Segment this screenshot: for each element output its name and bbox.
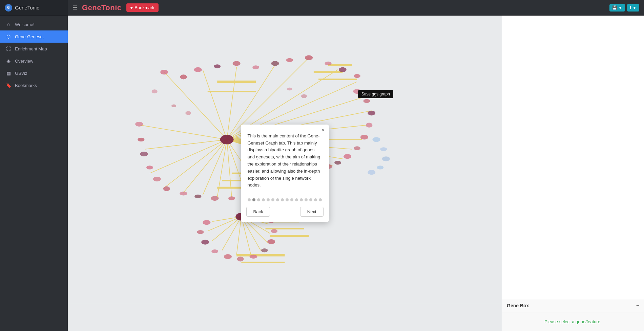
progress-dot-0[interactable] — [248, 198, 251, 201]
tour-modal: × This is the main content of the Gene-G… — [241, 125, 329, 222]
progress-dot-10[interactable] — [295, 198, 298, 201]
sidebar-item-bookmarks[interactable]: 🔖 Bookmarks — [0, 79, 68, 91]
sidebar-nav: ⌂ Welcome! ⬡ Gene-Geneset ⛶ Enrichment M… — [0, 16, 68, 331]
modal-body: This is the main content of the Gene-Gen… — [241, 125, 329, 194]
main-content: ☰ GeneTonic ♥ Bookmark 💾 ▼ ℹ ▼ — [68, 0, 644, 331]
progress-dot-15[interactable] — [319, 198, 322, 201]
gene-box-content: Please select a gene/feature. — [502, 312, 644, 331]
progress-dot-8[interactable] — [286, 198, 289, 201]
gene-box-title: Gene Box — [507, 303, 529, 308]
sidebar-item-enrichment-map[interactable]: ⛶ Enrichment Map — [0, 43, 68, 55]
heart-icon: ♥ — [130, 5, 133, 10]
sidebar-label-bookmarks: Bookmarks — [15, 83, 37, 88]
modal-back-button[interactable]: Back — [246, 207, 270, 217]
progress-dot-7[interactable] — [281, 198, 284, 201]
sidebar-label-overview: Overview — [15, 59, 33, 64]
overview-icon: ◉ — [5, 58, 12, 64]
progress-dot-9[interactable] — [290, 198, 293, 201]
sidebar-label-enrichment-map: Enrichment Map — [15, 46, 47, 51]
sidebar-header: G GeneTonic — [0, 0, 68, 16]
sidebar-label-gsviz: GSViz — [15, 71, 27, 76]
sidebar: G GeneTonic ⌂ Welcome! ⬡ Gene-Geneset ⛶ … — [0, 0, 68, 331]
sidebar-app-name: GeneTonic — [15, 5, 39, 10]
progress-dot-1[interactable] — [252, 198, 255, 201]
hamburger-icon[interactable]: ☰ — [72, 4, 77, 11]
gene-box-panel: Gene Box − Please select a gene/feature. — [502, 299, 644, 331]
info-button[interactable]: ℹ ▼ — [627, 4, 639, 12]
progress-dot-11[interactable] — [300, 198, 303, 201]
gene-box-header: Gene Box − — [502, 299, 644, 312]
gene-box-placeholder: Please select a gene/feature. — [544, 319, 601, 324]
right-panel-top — [502, 16, 644, 299]
right-sidebar: Gene Box − Please select a gene/feature. — [502, 16, 644, 331]
modal-close-button[interactable]: × — [321, 127, 325, 133]
progress-dot-2[interactable] — [257, 198, 260, 201]
progress-dot-14[interactable] — [314, 198, 317, 201]
sidebar-item-gsviz[interactable]: ▦ GSViz — [0, 67, 68, 79]
progress-dot-4[interactable] — [267, 198, 270, 201]
home-icon: ⌂ — [5, 22, 12, 27]
sidebar-item-overview[interactable]: ◉ Overview — [0, 55, 68, 67]
sidebar-label-gene-geneset: Gene-Geneset — [15, 34, 44, 39]
gsviz-icon: ▦ — [5, 70, 12, 76]
progress-dot-13[interactable] — [309, 198, 312, 201]
modal-footer: Back Next — [241, 204, 329, 222]
modal-progress-dots — [241, 194, 329, 204]
graph-area: Save ggs graph × This is the main conten… — [68, 16, 502, 331]
info-icon: ℹ ▼ — [630, 5, 637, 10]
modal-text: This is the main content of the Gene-Gen… — [248, 133, 322, 189]
save-graph-button[interactable]: 💾 ▼ — [609, 4, 625, 12]
sidebar-item-welcome[interactable]: ⌂ Welcome! — [0, 18, 68, 30]
modal-next-button[interactable]: Next — [300, 207, 324, 217]
modal-overlay: × This is the main content of the Gene-G… — [68, 16, 502, 331]
app-logo: G — [5, 4, 12, 12]
content-area: Save ggs graph × This is the main conten… — [68, 16, 644, 331]
gene-box-collapse-button[interactable]: − — [636, 303, 639, 309]
topbar-title: GeneTonic — [82, 3, 122, 12]
bookmark-button[interactable]: ♥ Bookmark — [126, 3, 159, 12]
progress-dot-5[interactable] — [271, 198, 274, 201]
topbar: ☰ GeneTonic ♥ Bookmark 💾 ▼ ℹ ▼ — [68, 0, 644, 16]
gene-geneset-icon: ⬡ — [5, 34, 12, 39]
sidebar-label-welcome: Welcome! — [15, 22, 35, 27]
save-tooltip: Save ggs graph — [358, 90, 393, 98]
sidebar-item-gene-geneset[interactable]: ⬡ Gene-Geneset — [0, 30, 68, 43]
progress-dot-12[interactable] — [305, 198, 308, 201]
bookmarks-icon: 🔖 — [5, 83, 12, 88]
progress-dot-6[interactable] — [276, 198, 279, 201]
progress-dot-3[interactable] — [262, 198, 265, 201]
save-icon: 💾 — [612, 5, 617, 10]
topbar-controls: 💾 ▼ ℹ ▼ — [609, 4, 639, 12]
enrichment-map-icon: ⛶ — [5, 46, 12, 51]
